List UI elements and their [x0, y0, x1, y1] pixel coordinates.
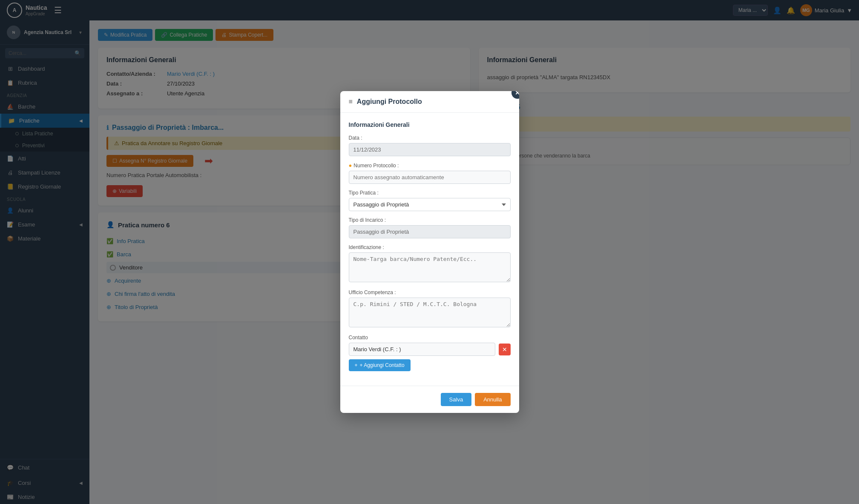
contatto-remove-button[interactable]: ✕: [499, 344, 511, 355]
data-input[interactable]: [349, 143, 511, 156]
data-label: Data :: [349, 135, 511, 141]
modal-section-title: Informazioni Generali: [349, 121, 511, 128]
modal-dialog: ≡ Aggiungi Protocollo ✕ Informazioni Gen…: [340, 91, 519, 413]
numero-field-group: ● Numero Protocollo :: [349, 162, 511, 184]
modal-close-button[interactable]: ✕: [511, 91, 519, 99]
tipo-pratica-select[interactable]: Passaggio di Proprietà Immatricolazione …: [349, 198, 511, 211]
identificazione-label: Identificazione :: [349, 244, 511, 250]
modal-header: ≡ Aggiungi Protocollo ✕: [340, 91, 519, 113]
identificazione-textarea[interactable]: [349, 252, 511, 282]
ufficio-textarea[interactable]: [349, 298, 511, 327]
modal-list-icon: ≡: [349, 98, 353, 106]
tipo-pratica-label: Tipo Pratica :: [349, 190, 511, 196]
help-icon: ●: [349, 162, 352, 169]
ufficio-group: Ufficio Competenza :: [349, 289, 511, 329]
contatto-group: Contatto ✕ + + Aggiungi Contatto: [349, 335, 511, 371]
modal-body: Informazioni Generali Data : ● Numero Pr…: [340, 113, 519, 386]
data-field-group: Data :: [349, 135, 511, 156]
numero-input[interactable]: [349, 171, 511, 184]
numero-label-text: Numero Protocollo :: [353, 163, 399, 169]
cancel-button[interactable]: Annulla: [475, 393, 510, 406]
modal-overlay[interactable]: ≡ Aggiungi Protocollo ✕ Informazioni Gen…: [0, 0, 859, 504]
add-contact-label: + Aggiungi Contatto: [360, 362, 405, 368]
tipo-pratica-group: Tipo Pratica : Passaggio di Proprietà Im…: [349, 190, 511, 211]
contact-row-modal: ✕: [349, 343, 511, 356]
save-button[interactable]: Salva: [441, 393, 472, 406]
tipo-incarico-group: Tipo di Incarico :: [349, 217, 511, 238]
add-contact-button[interactable]: + + Aggiungi Contatto: [349, 359, 411, 371]
modal-title: Aggiungi Protocollo: [357, 98, 422, 106]
identificazione-group: Identificazione :: [349, 244, 511, 284]
numero-label: ● Numero Protocollo :: [349, 162, 511, 169]
tipo-incarico-input[interactable]: [349, 225, 511, 238]
contatto-input[interactable]: [349, 343, 495, 356]
ufficio-label: Ufficio Competenza :: [349, 289, 511, 295]
tipo-incarico-label: Tipo di Incarico :: [349, 217, 511, 223]
plus-icon-contact: +: [355, 362, 358, 368]
modal-footer: Salva Annulla: [340, 386, 519, 413]
contatto-label: Contatto: [349, 335, 511, 341]
